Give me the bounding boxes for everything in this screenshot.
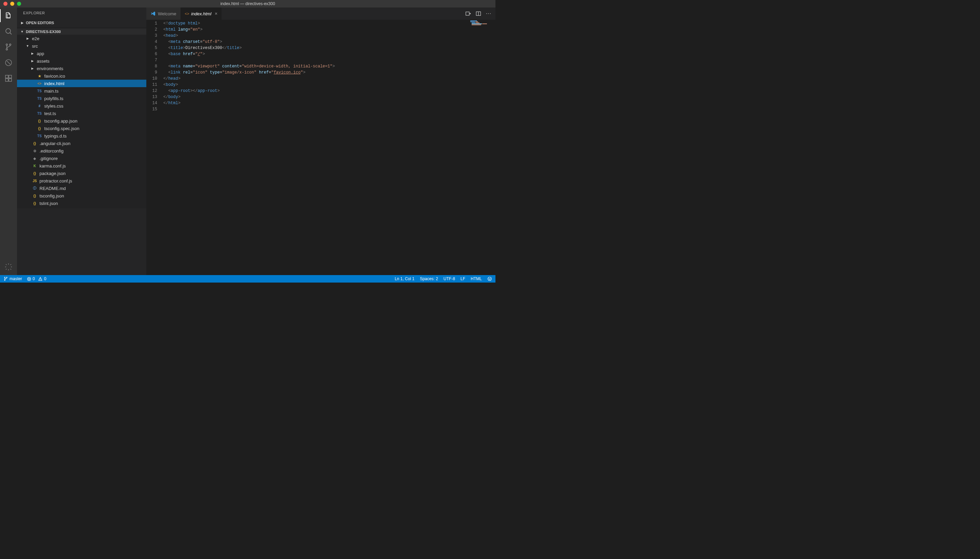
file-item[interactable]: TStest.ts xyxy=(17,110,146,117)
status-language[interactable]: HTML xyxy=(470,276,482,281)
code-line: <meta name="viewport" content="width=dev… xyxy=(163,63,495,69)
code-line: <app-root></app-root> xyxy=(163,88,495,94)
status-cursor-position[interactable]: Ln 1, Col 1 xyxy=(395,276,414,281)
chevron-right-icon: ▶ xyxy=(25,37,30,40)
close-icon[interactable]: × xyxy=(215,11,218,17)
chevron-right-icon: ▶ xyxy=(30,67,35,70)
line-number: 14 xyxy=(146,100,157,106)
status-feedback[interactable] xyxy=(487,276,492,281)
status-git-branch[interactable]: master xyxy=(3,276,22,281)
activity-search[interactable] xyxy=(4,26,13,36)
file-item[interactable]: {}tsconfig.spec.json xyxy=(17,125,146,132)
split-editor-icon[interactable] xyxy=(476,11,481,17)
file-item[interactable]: ⓘREADME.md xyxy=(17,185,146,192)
activity-settings[interactable] xyxy=(4,262,13,272)
folder-item[interactable]: ▶environments xyxy=(17,64,146,72)
window-title: index.html — directives-ex300 xyxy=(221,2,275,6)
code-content[interactable]: <!doctype html><html lang="en"><head> <m… xyxy=(163,20,495,275)
file-name: tsconfig.spec.json xyxy=(44,126,79,131)
file-item[interactable]: {}tsconfig.json xyxy=(17,192,146,200)
activity-source-control[interactable] xyxy=(4,42,13,52)
svg-rect-10 xyxy=(9,79,12,81)
error-icon xyxy=(27,277,31,281)
file-item[interactable]: {}package.json xyxy=(17,170,146,177)
file-type-icon: JS xyxy=(32,179,38,183)
file-item[interactable]: <>index.html xyxy=(17,79,146,87)
search-icon xyxy=(5,27,13,35)
file-name: polyfills.ts xyxy=(44,96,63,101)
line-number: 11 xyxy=(146,82,157,88)
svg-point-2 xyxy=(6,44,8,45)
file-item[interactable]: ⚙.editorconfig xyxy=(17,147,146,155)
svg-line-1 xyxy=(10,33,12,35)
status-problems[interactable]: 0 0 xyxy=(27,276,46,281)
more-actions-icon[interactable]: ··· xyxy=(486,10,492,17)
code-line: <head> xyxy=(163,33,495,39)
window-close-button[interactable] xyxy=(3,2,8,6)
status-bar: master 0 0 Ln 1, Col 1 Spaces: 2 UTF-8 L… xyxy=(0,275,495,283)
activity-explorer[interactable] xyxy=(4,11,13,20)
svg-rect-11 xyxy=(466,12,469,15)
file-type-icon: ⚙ xyxy=(32,149,38,153)
status-eol[interactable]: LF xyxy=(460,276,465,281)
file-type-icon: TS xyxy=(37,112,42,116)
status-encoding[interactable]: UTF-8 xyxy=(444,276,455,281)
gear-icon xyxy=(5,263,13,271)
folder-item[interactable]: ▼src xyxy=(17,42,146,50)
file-name: tsconfig.json xyxy=(40,194,64,198)
code-line: </html> xyxy=(163,100,495,106)
line-number: 13 xyxy=(146,94,157,100)
file-type-icon: # xyxy=(37,104,42,108)
file-item[interactable]: {}.angular-cli.json xyxy=(17,140,146,147)
activity-debug[interactable] xyxy=(4,58,13,68)
file-item[interactable]: {}tslint.json xyxy=(17,200,146,207)
editor-body[interactable]: 123456789101112131415 <!doctype html><ht… xyxy=(146,20,495,275)
compare-changes-icon[interactable] xyxy=(465,11,471,17)
file-item[interactable]: ★favicon.ico xyxy=(17,72,146,79)
file-name: package.json xyxy=(40,171,66,176)
status-indentation[interactable]: Spaces: 2 xyxy=(420,276,438,281)
window-maximize-button[interactable] xyxy=(17,2,21,6)
activity-extensions[interactable] xyxy=(4,74,13,83)
file-item[interactable]: TSmain.ts xyxy=(17,87,146,95)
folder-item[interactable]: ▶assets xyxy=(17,57,146,64)
file-item[interactable]: #styles.css xyxy=(17,102,146,110)
html-file-icon: <> xyxy=(185,12,189,16)
activity-bar xyxy=(0,8,17,275)
line-number: 1 xyxy=(146,20,157,26)
folder-name: src xyxy=(32,44,38,49)
status-errors-count: 0 xyxy=(33,276,35,281)
minimap[interactable] xyxy=(470,20,491,27)
window-minimize-button[interactable] xyxy=(10,2,14,6)
code-line: <meta charset="utf-8"> xyxy=(163,39,495,45)
editor-tab[interactable]: <>index.html× xyxy=(181,8,222,20)
file-name: typings.d.ts xyxy=(44,134,67,139)
file-name: main.ts xyxy=(44,89,59,94)
file-name: karma.conf.js xyxy=(40,164,66,169)
files-icon xyxy=(5,12,13,20)
file-type-icon: TS xyxy=(37,97,42,101)
editor-tab[interactable]: Welcome xyxy=(146,8,181,20)
file-item[interactable]: ◆.gitignore xyxy=(17,155,146,162)
file-name: protractor.conf.js xyxy=(40,179,72,184)
svg-point-4 xyxy=(6,49,8,50)
file-item[interactable]: TStypings.d.ts xyxy=(17,132,146,140)
file-item[interactable]: Kkarma.conf.js xyxy=(17,162,146,170)
folder-item[interactable]: ▶e2e xyxy=(17,35,146,42)
code-line xyxy=(163,106,495,112)
editor-area: Welcome<>index.html× ··· 123456789101112… xyxy=(146,8,495,275)
section-open-editors[interactable]: ▶ OPEN EDITORS xyxy=(17,20,146,26)
code-line: </head> xyxy=(163,76,495,82)
file-item[interactable]: TSpolyfills.ts xyxy=(17,95,146,102)
file-item[interactable]: JSprotractor.conf.js xyxy=(17,177,146,185)
line-number: 9 xyxy=(146,69,157,76)
status-branch-label: master xyxy=(10,276,22,281)
line-number: 6 xyxy=(146,51,157,57)
branch-icon xyxy=(3,276,8,281)
warning-icon xyxy=(38,277,43,281)
svg-point-0 xyxy=(6,28,10,33)
status-warnings-count: 0 xyxy=(44,276,46,281)
folder-item[interactable]: ▶app xyxy=(17,50,146,57)
file-item[interactable]: {}tsconfig.app.json xyxy=(17,117,146,125)
section-project[interactable]: ▼ DIRECTIVES-EX300 xyxy=(17,28,146,35)
